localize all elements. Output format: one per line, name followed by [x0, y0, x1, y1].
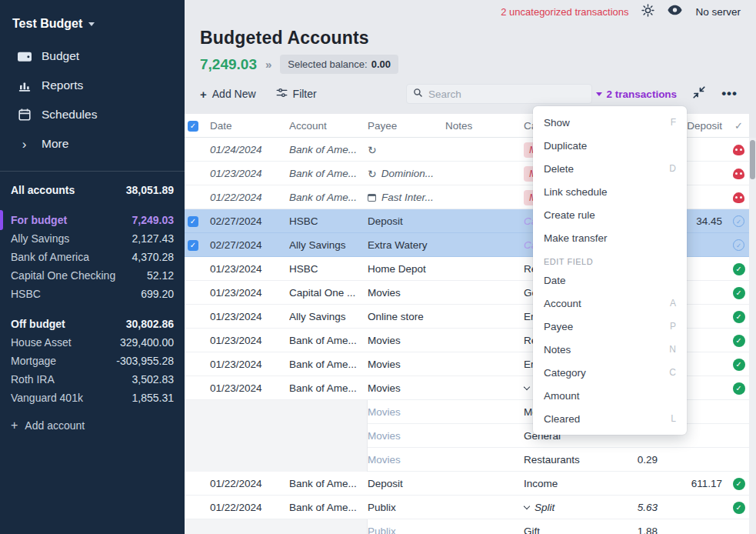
cleared-cell[interactable]: ✓ — [728, 257, 749, 281]
server-status[interactable]: No server — [695, 6, 741, 18]
sidebar-account-item[interactable]: HSBC699.20 — [11, 285, 174, 303]
notes-cell[interactable] — [445, 329, 524, 352]
pending-check-icon[interactable]: ✓ — [733, 215, 744, 227]
category-cell[interactable]: Income — [524, 472, 605, 496]
budget-switcher[interactable]: Test Budget — [0, 0, 185, 38]
deposit-cell[interactable]: 611.17 — [662, 472, 728, 496]
account-cell[interactable] — [289, 448, 368, 472]
date-cell[interactable]: 01/24/2024 — [210, 138, 289, 162]
column-header-account[interactable]: Account — [289, 114, 368, 138]
cleared-check-icon[interactable]: ✓ — [733, 478, 745, 490]
transaction-row[interactable]: 01/22/2024Bank of Ame...DepositIncome611… — [185, 472, 749, 496]
cleared-cell[interactable]: ✓ — [728, 352, 749, 376]
add-account-button[interactable]: + Add account — [11, 419, 185, 432]
payee-cell[interactable]: Movies — [368, 329, 445, 352]
notes-cell[interactable] — [445, 424, 524, 448]
date-cell[interactable]: 01/23/2024 — [210, 376, 289, 400]
notes-cell[interactable] — [445, 162, 524, 185]
row-checkbox[interactable]: ✓ — [185, 209, 210, 233]
cleared-cell[interactable]: ✓ — [728, 209, 749, 233]
cleared-check-icon[interactable]: ✓ — [733, 382, 745, 395]
overdue-schedule-icon[interactable] — [733, 169, 744, 179]
cleared-cell[interactable]: ✓ — [728, 472, 749, 496]
account-cell[interactable]: Ally Savings — [289, 305, 368, 329]
row-checkbox[interactable] — [185, 305, 210, 329]
payee-cell[interactable]: Movies — [368, 424, 445, 448]
payment-cell[interactable]: 5.63 — [605, 496, 662, 519]
sidebar-item-budget[interactable]: Budget — [0, 42, 185, 71]
sidebar-item-reports[interactable]: Reports — [0, 71, 185, 100]
category-cell[interactable]: Restaurants — [524, 448, 605, 472]
account-cell[interactable]: Bank of Ame... — [289, 329, 368, 352]
privacy-eye-icon[interactable] — [668, 5, 682, 18]
notes-cell[interactable] — [445, 233, 524, 257]
row-checkbox[interactable] — [185, 281, 210, 305]
sidebar-item-more[interactable]: › More — [0, 129, 185, 159]
payee-cell[interactable]: Movies — [368, 281, 445, 305]
sidebar-account-item[interactable]: Capital One Checking52.12 — [11, 266, 174, 285]
sidebar-account-item[interactable]: Bank of America4,370.28 — [11, 248, 174, 266]
date-cell[interactable] — [210, 448, 289, 472]
payee-cell[interactable]: Extra Watery — [368, 233, 445, 257]
row-checkbox[interactable] — [185, 448, 210, 472]
row-checkbox[interactable] — [185, 376, 210, 400]
sidebar-account-item[interactable]: House Asset329,400.00 — [11, 333, 174, 352]
payment-cell[interactable]: 0.29 — [605, 448, 662, 472]
date-cell[interactable] — [210, 424, 289, 448]
cleared-cell[interactable]: ✓ — [728, 233, 749, 257]
search-input[interactable] — [428, 88, 574, 100]
selection-count-dropdown[interactable]: 2 transactions — [596, 88, 678, 100]
menu-item-amount[interactable]: Amount — [533, 384, 687, 407]
date-cell[interactable] — [210, 400, 289, 424]
date-cell[interactable]: 01/23/2024 — [210, 352, 289, 376]
payee-cell[interactable]: ↻Dominion... — [368, 162, 445, 185]
row-checkbox[interactable] — [185, 257, 210, 281]
menu-item-cleared[interactable]: ClearedL — [533, 407, 687, 430]
row-checkbox[interactable] — [185, 185, 210, 209]
payee-cell[interactable]: Home Depot — [368, 257, 445, 281]
row-checkbox[interactable] — [185, 519, 210, 534]
row-checkbox[interactable] — [185, 138, 210, 162]
menu-item-account[interactable]: AccountA — [533, 292, 687, 315]
menu-item-show[interactable]: ShowF — [533, 111, 687, 134]
account-cell[interactable]: Bank of Ame... — [289, 138, 368, 162]
row-checkbox[interactable] — [185, 496, 210, 519]
notes-cell[interactable] — [445, 519, 524, 534]
account-cell[interactable]: Bank of Ame... — [289, 162, 368, 185]
menu-item-notes[interactable]: NotesN — [533, 338, 687, 361]
payee-cell[interactable]: Movies — [368, 352, 445, 376]
account-cell[interactable]: HSBC — [289, 209, 368, 233]
cleared-cell[interactable] — [728, 519, 749, 534]
notes-cell[interactable] — [445, 185, 524, 209]
cleared-check-icon[interactable]: ✓ — [733, 311, 745, 323]
row-checkbox[interactable] — [185, 400, 210, 424]
account-cell[interactable] — [289, 400, 368, 424]
payee-cell[interactable]: Online store — [368, 305, 445, 329]
menu-item-payee[interactable]: PayeeP — [533, 315, 687, 338]
payee-cell[interactable]: Publix — [368, 496, 445, 519]
menu-item-date[interactable]: Date — [533, 269, 687, 292]
cleared-cell[interactable] — [728, 162, 749, 185]
menu-item-link-schedule[interactable]: Link schedule — [533, 180, 687, 203]
cleared-cell[interactable]: ✓ — [728, 496, 749, 519]
uncategorized-warning[interactable]: 2 uncategorized transactions — [501, 6, 628, 18]
account-cell[interactable]: Bank of Ame... — [289, 376, 368, 400]
notes-cell[interactable] — [445, 472, 524, 496]
menu-item-duplicate[interactable]: Duplicate — [533, 134, 687, 157]
account-cell[interactable]: Bank of Ame... — [289, 185, 368, 209]
date-cell[interactable]: 01/23/2024 — [210, 281, 289, 305]
filter-button[interactable]: Filter — [276, 88, 317, 100]
date-cell[interactable]: 02/27/2024 — [210, 233, 289, 257]
cleared-cell[interactable] — [728, 448, 749, 472]
overdue-schedule-icon[interactable] — [733, 145, 744, 155]
notes-cell[interactable] — [445, 209, 524, 233]
sidebar-account-item[interactable]: Vanguard 401k1,855.31 — [11, 389, 174, 407]
payment-cell[interactable]: 1.88 — [605, 519, 662, 534]
overdue-schedule-icon[interactable] — [733, 192, 744, 203]
deposit-cell[interactable] — [662, 519, 728, 534]
payee-cell[interactable]: Deposit — [368, 209, 445, 233]
for-budget-item[interactable]: For budget 7,249.03 — [11, 211, 174, 229]
sidebar-account-item[interactable]: Ally Savings2,127.43 — [11, 229, 174, 248]
sidebar-account-item[interactable]: Roth IRA3,502.83 — [11, 370, 174, 389]
account-cell[interactable]: Bank of Ame... — [289, 496, 368, 519]
